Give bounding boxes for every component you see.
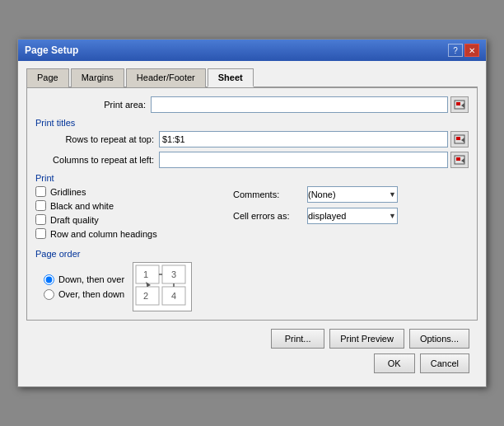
- gridlines-checkbox[interactable]: [35, 186, 46, 197]
- tab-bar: Page Margins Header/Footer Sheet: [26, 68, 478, 88]
- print-preview-button[interactable]: Print Preview: [329, 329, 404, 349]
- gridlines-label: Gridlines: [50, 187, 86, 197]
- rows-repeat-label: Rows to repeat at top:: [44, 134, 159, 144]
- dialog-content: Page Margins Header/Footer Sheet Print a…: [18, 61, 486, 386]
- svg-text:1: 1: [143, 269, 148, 279]
- cols-repeat-label: Columns to repeat at left:: [44, 155, 159, 165]
- collapse-rows-icon: [454, 134, 465, 144]
- action-buttons-row: Print... Print Preview Options...: [26, 329, 478, 349]
- over-then-down-radio[interactable]: [44, 289, 54, 300]
- cell-errors-select-wrapper: displayed <blank> -- #N/A ▼: [307, 208, 398, 224]
- rows-repeat-icon-btn[interactable]: [450, 131, 469, 147]
- sheet-tab-content: Print area: Print titles Rows to repeat …: [26, 88, 478, 321]
- row-col-headings-checkbox[interactable]: [35, 228, 46, 239]
- over-then-down-label: Over, then down: [58, 289, 124, 299]
- svg-text:4: 4: [171, 291, 176, 301]
- close-button[interactable]: ✕: [464, 44, 479, 57]
- svg-marker-2: [461, 103, 464, 108]
- print-button[interactable]: Print...: [271, 329, 324, 349]
- ok-cancel-row: OK Cancel: [26, 353, 478, 378]
- print-titles-section: Print titles: [35, 118, 469, 128]
- comments-select-wrapper: (None) At end of sheet As displayed on s…: [307, 186, 398, 203]
- cell-errors-select[interactable]: displayed <blank> -- #N/A: [307, 208, 398, 224]
- print-section-content: Gridlines Black and white Draft quality …: [35, 186, 469, 242]
- svg-text:2: 2: [143, 291, 148, 301]
- row-col-headings-row: Row and column headings: [35, 228, 217, 239]
- over-then-down-row: Over, then down: [44, 289, 124, 300]
- black-white-label: Black and white: [50, 201, 114, 211]
- draft-quality-row: Draft quality: [35, 214, 217, 225]
- print-area-icon-btn[interactable]: [450, 96, 469, 113]
- down-then-over-label: Down, then over: [58, 274, 124, 284]
- gridlines-row: Gridlines: [35, 186, 217, 197]
- collapse-icon: [454, 100, 465, 110]
- tab-margins[interactable]: Margins: [71, 68, 124, 87]
- draft-quality-label: Draft quality: [50, 215, 99, 225]
- dialog-title: Page Setup: [25, 44, 78, 56]
- page-order-svg: 1 3 2 4: [134, 264, 190, 310]
- svg-rect-7: [456, 157, 460, 161]
- print-area-label: Print area:: [35, 100, 151, 110]
- print-section-title: Print: [35, 173, 469, 183]
- tab-sheet[interactable]: Sheet: [208, 68, 254, 87]
- tab-page[interactable]: Page: [26, 68, 69, 87]
- cell-errors-label: Cell errors as:: [233, 211, 307, 221]
- help-button[interactable]: ?: [448, 44, 463, 57]
- print-checkboxes: Gridlines Black and white Draft quality …: [35, 186, 217, 242]
- black-white-checkbox[interactable]: [35, 200, 46, 211]
- page-order-section: Page order Down, then over Over, then do…: [35, 249, 469, 311]
- cancel-button[interactable]: Cancel: [420, 353, 469, 373]
- title-bar: Page Setup ? ✕: [18, 40, 486, 61]
- row-col-headings-label: Row and column headings: [50, 229, 157, 239]
- svg-rect-4: [456, 137, 460, 140]
- comments-select[interactable]: (None) At end of sheet As displayed on s…: [307, 186, 398, 203]
- comments-row: Comments: (None) At end of sheet As disp…: [233, 186, 469, 203]
- options-button[interactable]: Options...: [409, 329, 469, 349]
- cols-repeat-input[interactable]: [159, 152, 448, 168]
- svg-marker-5: [461, 138, 464, 143]
- cols-repeat-row: Columns to repeat at left:: [44, 152, 469, 168]
- cols-repeat-icon-btn[interactable]: [450, 152, 469, 168]
- cell-errors-row: Cell errors as: displayed <blank> -- #N/…: [233, 208, 469, 224]
- svg-rect-1: [456, 102, 460, 105]
- down-then-over-radio[interactable]: [44, 274, 54, 285]
- rows-repeat-input[interactable]: [159, 131, 448, 147]
- collapse-cols-icon: [454, 155, 465, 165]
- rows-repeat-row: Rows to repeat at top:: [44, 131, 469, 147]
- page-order-radios: Down, then over Over, then down: [44, 274, 124, 300]
- svg-text:3: 3: [171, 269, 176, 279]
- page-setup-dialog: Page Setup ? ✕ Page Margins Header/Foote…: [17, 39, 487, 387]
- comments-label: Comments:: [233, 190, 307, 199]
- down-then-over-row: Down, then over: [44, 274, 124, 285]
- print-area-input[interactable]: [151, 96, 448, 113]
- svg-marker-8: [461, 158, 464, 163]
- page-order-title: Page order: [35, 249, 469, 259]
- black-white-row: Black and white: [35, 200, 217, 211]
- print-area-row: Print area:: [35, 96, 469, 113]
- page-order-content: Down, then over Over, then down: [35, 262, 469, 311]
- title-bar-buttons: ? ✕: [448, 44, 479, 57]
- print-titles-content: Rows to repeat at top: Columns to repeat…: [35, 131, 469, 168]
- tab-header-footer[interactable]: Header/Footer: [126, 68, 206, 87]
- ok-button[interactable]: OK: [374, 353, 415, 373]
- print-dropdowns: Comments: (None) At end of sheet As disp…: [233, 186, 469, 242]
- page-order-diagram: 1 3 2 4: [133, 262, 192, 311]
- draft-quality-checkbox[interactable]: [35, 214, 46, 225]
